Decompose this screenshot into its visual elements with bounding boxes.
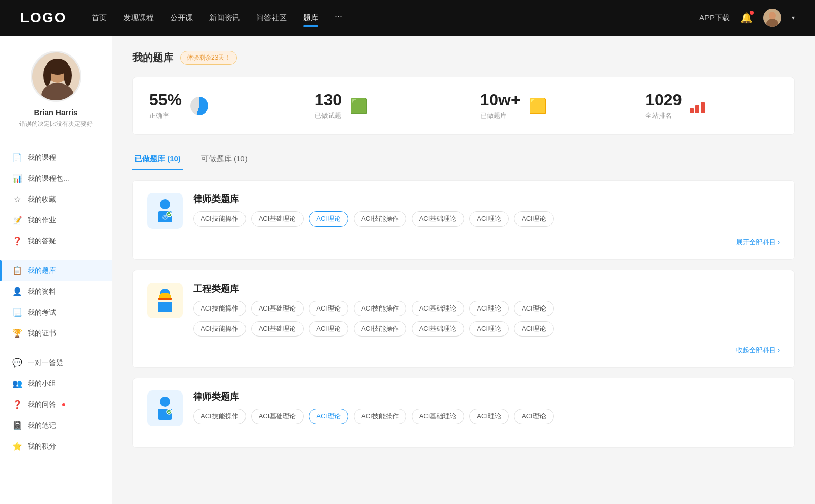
question-bank-icon: 📋 [12, 266, 22, 275]
bank-tag[interactable]: ACI技能操作 [193, 301, 246, 316]
bank-tag[interactable]: ACI基础理论 [412, 321, 465, 337]
nav-qa[interactable]: 问答社区 [256, 11, 287, 25]
sidebar-item-points[interactable]: ⭐ 我的积分 [0, 436, 112, 457]
sidebar-item-profile[interactable]: 👤 我的资料 [0, 281, 112, 302]
bank-tag[interactable]: ACI理论 [469, 301, 509, 316]
nav-open-course[interactable]: 公开课 [170, 11, 193, 25]
stat-done-banks-label: 已做题库 [480, 111, 521, 120]
done-questions-icon: 🟩 [350, 98, 368, 115]
bank-tag[interactable]: ACI技能操作 [354, 301, 406, 316]
bank-tag[interactable]: ACI技能操作 [354, 211, 406, 227]
bank-card-lawyer-2-info: 律师类题库 ACI技能操作 ACI基础理论 ACI理论 ACI技能操作 ACI基… [193, 390, 780, 424]
bank-card-lawyer-2-header: 律师类题库 ACI技能操作 ACI基础理论 ACI理论 ACI技能操作 ACI基… [147, 390, 780, 426]
sidebar-label-questions: 我的答疑 [28, 237, 56, 246]
nav-dropdown-icon[interactable]: ▾ [792, 14, 795, 21]
stat-done-banks-text: 10w+ 已做题库 [480, 92, 521, 120]
sidebar-label-groups: 我的小组 [28, 379, 56, 388]
bank-icon-lawyer-2 [147, 390, 183, 426]
svg-point-9 [160, 199, 170, 209]
bank-tag[interactable]: ACI基础理论 [412, 301, 465, 316]
stat-rank: 1029 全站排名 [629, 77, 794, 134]
bank-tag[interactable]: ACI理论 [469, 321, 509, 337]
sidebar-item-course-package[interactable]: 📊 我的课程包... [0, 168, 112, 189]
done-banks-icon: 🟨 [529, 98, 547, 115]
sidebar-item-questions[interactable]: ❓ 我的答疑 [0, 231, 112, 251]
bank-card-engineer-tags-row1: ACI技能操作 ACI基础理论 ACI理论 ACI技能操作 ACI基础理论 AC… [193, 301, 780, 316]
bank-tag[interactable]: ACI理论 [514, 301, 554, 316]
sidebar-label-favorites: 我的收藏 [28, 195, 56, 204]
bank-tag-active[interactable]: ACI理论 [309, 409, 348, 424]
bank-tag[interactable]: ACI技能操作 [193, 409, 246, 424]
stat-done-banks: 10w+ 已做题库 🟨 [464, 77, 630, 134]
nav-avatar[interactable] [763, 9, 781, 27]
nav-discover[interactable]: 发现课程 [123, 11, 154, 25]
sidebar-divider-1 [0, 143, 112, 143]
nav-home[interactable]: 首页 [92, 11, 107, 25]
qa-dot [62, 403, 65, 406]
bank-tag[interactable]: ACI技能操作 [354, 321, 406, 337]
accuracy-pie-chart [190, 97, 208, 115]
sidebar-item-1on1[interactable]: 💬 一对一答疑 [0, 352, 112, 373]
sidebar-item-notes[interactable]: 📓 我的笔记 [0, 415, 112, 436]
nav-more[interactable]: ··· [335, 11, 342, 25]
tab-done-banks[interactable]: 已做题库 (10) [132, 149, 183, 170]
sidebar-item-question-bank[interactable]: 📋 我的题库 [0, 260, 112, 281]
bank-card-lawyer-1-header: 律师类题库 ACI技能操作 ACI基础理论 ACI理论 ACI技能操作 ACI基… [147, 193, 780, 229]
bank-card-engineer-info: 工程类题库 ACI技能操作 ACI基础理论 ACI理论 ACI技能操作 ACI基… [193, 283, 780, 337]
svg-point-16 [160, 397, 170, 407]
bank-tag[interactable]: ACI理论 [469, 409, 509, 424]
stats-row: 55% 正确率 130 已做试题 🟩 10w+ 已做题库 🟨 [132, 77, 795, 135]
sidebar-item-certificate[interactable]: 🏆 我的证书 [0, 323, 112, 344]
bank-card-engineer: 工程类题库 ACI技能操作 ACI基础理论 ACI理论 ACI技能操作 ACI基… [132, 270, 795, 368]
bank-tag[interactable]: ACI基础理论 [412, 409, 465, 424]
bank-tag[interactable]: ACI理论 [309, 321, 348, 337]
bank-tag[interactable]: ACI基础理论 [251, 301, 304, 316]
engineer-icon-svg [154, 288, 176, 313]
bank-tag[interactable]: ACI技能操作 [193, 321, 246, 337]
bank-tag[interactable]: ACI理论 [469, 211, 509, 227]
bank-card-lawyer-1-info: 律师类题库 ACI技能操作 ACI基础理论 ACI理论 ACI技能操作 ACI基… [193, 193, 780, 227]
bank-tag[interactable]: ACI技能操作 [354, 409, 406, 424]
stat-done-banks-value: 10w+ [480, 92, 521, 108]
bank-tag[interactable]: ACI理论 [309, 301, 348, 316]
sidebar-item-homework[interactable]: 📝 我的作业 [0, 210, 112, 231]
stat-done-questions-text: 130 已做试题 [315, 92, 342, 120]
bank-tag[interactable]: ACI理论 [514, 409, 554, 424]
bank-collapse-engineer[interactable]: 收起全部科目 › [147, 346, 780, 355]
nav-app-download[interactable]: APP下载 [699, 13, 730, 23]
sidebar-item-groups[interactable]: 👥 我的小组 [0, 373, 112, 394]
sidebar-item-favorites[interactable]: ☆ 我的收藏 [0, 189, 112, 210]
trial-badge: 体验剩余23天！ [180, 51, 237, 65]
nav-news[interactable]: 新闻资讯 [209, 11, 240, 25]
homework-icon: 📝 [12, 215, 22, 225]
bank-tag[interactable]: ACI理论 [514, 211, 554, 227]
page: Brian Harris 错误的决定比没有决定要好 📄 我的课程 📊 我的课程包… [0, 36, 815, 504]
questions-icon: ❓ [12, 236, 22, 246]
sidebar-label-notes: 我的笔记 [28, 421, 56, 430]
1on1-icon: 💬 [12, 358, 22, 368]
course-package-icon: 📊 [12, 174, 22, 183]
sidebar-item-my-qa[interactable]: ❓ 我的问答 [0, 394, 112, 415]
tab-available-banks[interactable]: 可做题库 (10) [199, 149, 250, 170]
course-icon: 📄 [12, 153, 22, 162]
stat-accuracy-label: 正确率 [149, 111, 182, 120]
svg-point-18 [167, 409, 172, 414]
bank-tag[interactable]: ACI基础理论 [251, 409, 304, 424]
bank-tag[interactable]: ACI基础理论 [251, 211, 304, 227]
nav-bell-icon[interactable]: 🔔 [740, 12, 753, 24]
bank-tag[interactable]: ACI基础理论 [412, 211, 465, 227]
stat-done-questions-value: 130 [315, 92, 342, 108]
bank-card-engineer-name: 工程类题库 [193, 283, 780, 295]
nav-question-bank[interactable]: 题库 [303, 11, 318, 25]
sidebar-item-my-courses[interactable]: 📄 我的课程 [0, 147, 112, 168]
sidebar-label-1on1: 一对一答疑 [28, 358, 63, 368]
bank-expand-lawyer-1[interactable]: 展开全部科目 › [147, 238, 780, 247]
bank-card-engineer-header: 工程类题库 ACI技能操作 ACI基础理论 ACI理论 ACI技能操作 ACI基… [147, 283, 780, 337]
bank-tag[interactable]: ACI基础理论 [251, 321, 304, 337]
bank-tag-active[interactable]: ACI理论 [309, 211, 348, 227]
bank-tag[interactable]: ACI技能操作 [193, 211, 246, 227]
sidebar-username: Brian Harris [34, 108, 78, 117]
sidebar-item-exam[interactable]: 📃 我的考试 [0, 302, 112, 323]
sidebar-label-course-package: 我的课程包... [28, 174, 69, 183]
bank-tag[interactable]: ACI理论 [514, 321, 554, 337]
